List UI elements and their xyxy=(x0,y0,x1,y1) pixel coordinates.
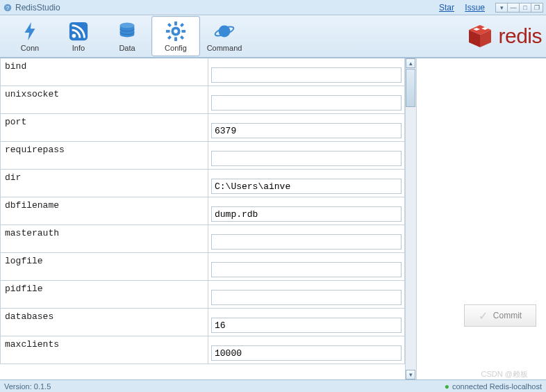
svg-point-5 xyxy=(120,23,135,28)
svg-rect-12 xyxy=(180,23,184,27)
config-value-cell xyxy=(208,253,405,280)
scroll-down-button[interactable]: ▾ xyxy=(406,370,415,379)
check-icon: ✓ xyxy=(479,309,488,322)
dropdown-button[interactable]: ▾ xyxy=(495,3,508,13)
scroll-up-button[interactable]: ▴ xyxy=(406,58,415,68)
commit-button[interactable]: ✓ Commit xyxy=(464,304,536,327)
toolbar-data[interactable]: Data xyxy=(103,16,151,56)
svg-point-6 xyxy=(172,28,179,34)
config-value-cell xyxy=(208,142,405,169)
config-value-cell xyxy=(208,170,405,197)
commit-label: Commit xyxy=(493,311,522,320)
config-key: pidfile xyxy=(0,281,208,308)
config-row: databases xyxy=(0,309,405,336)
app-title: RedisStudio xyxy=(15,3,60,13)
config-value-input[interactable] xyxy=(211,318,402,333)
config-value-input[interactable] xyxy=(211,179,402,194)
redis-logo: redis xyxy=(466,24,542,49)
toolbar-conn[interactable]: Conn xyxy=(6,16,54,56)
toolbar-data-label: Data xyxy=(119,44,135,52)
config-row: dbfilename xyxy=(0,197,405,225)
toolbar-info[interactable]: Info xyxy=(54,16,103,56)
version-value: 0.1.5 xyxy=(34,382,51,391)
config-panel: bindunixsocketportrequirepassdirdbfilena… xyxy=(0,58,417,379)
config-row: dir xyxy=(0,170,405,197)
maximize-button[interactable]: □ xyxy=(519,3,531,13)
redis-logo-text: redis xyxy=(498,24,542,48)
config-value-cell xyxy=(208,309,405,336)
config-row: port xyxy=(0,114,405,142)
svg-text:?: ? xyxy=(6,4,10,10)
config-row: bind xyxy=(0,58,405,86)
config-value-input[interactable] xyxy=(211,67,402,83)
svg-point-3 xyxy=(72,34,76,38)
right-panel: ✓ Commit xyxy=(417,58,546,379)
version-label: Version: xyxy=(4,382,32,391)
status-dot-icon: ● xyxy=(445,382,449,391)
config-key: port xyxy=(0,114,208,141)
config-value-input[interactable] xyxy=(211,151,402,166)
statusbar: Version: 0.1.5 ● connected Redis-localho… xyxy=(0,379,546,392)
restore-button[interactable]: ❐ xyxy=(531,3,543,13)
config-table: bindunixsocketportrequirepassdirdbfilena… xyxy=(0,58,405,379)
planet-icon xyxy=(213,20,235,42)
toolbar-conn-label: Conn xyxy=(21,44,39,52)
config-row: pidfile xyxy=(0,281,405,309)
config-key: dbfilename xyxy=(0,197,208,224)
svg-rect-9 xyxy=(166,30,170,33)
config-value-input[interactable] xyxy=(211,262,402,277)
config-value-cell xyxy=(208,114,405,141)
config-key: unixsocket xyxy=(0,86,208,113)
config-row: logfile xyxy=(0,253,405,281)
config-key: masterauth xyxy=(0,225,208,252)
config-value-cell xyxy=(208,225,405,252)
config-value-input[interactable] xyxy=(211,290,402,305)
config-value-cell xyxy=(208,86,405,113)
issue-link[interactable]: Issue xyxy=(465,3,485,13)
toolbar-config[interactable]: Config xyxy=(151,16,200,56)
toolbar-command-label: Command xyxy=(207,44,242,52)
config-key: dir xyxy=(0,170,208,197)
toolbar-config-label: Config xyxy=(165,44,187,52)
config-value-input[interactable] xyxy=(211,123,402,138)
gear-icon xyxy=(165,20,187,42)
main-area: bindunixsocketportrequirepassdirdbfilena… xyxy=(0,58,546,379)
toolbar: Conn Info Data Config Command xyxy=(0,15,546,58)
config-key: requirepass xyxy=(0,142,208,169)
app-icon: ? xyxy=(3,3,13,13)
config-key: maxclients xyxy=(0,336,208,364)
config-key: bind xyxy=(0,58,208,85)
config-value-cell xyxy=(208,58,405,85)
config-row: masterauth xyxy=(0,225,405,253)
config-value-input[interactable] xyxy=(211,95,402,111)
toolbar-command[interactable]: Command xyxy=(200,16,249,56)
config-value-input[interactable] xyxy=(211,206,402,222)
vertical-scrollbar[interactable]: ▴ ▾ xyxy=(405,58,416,379)
config-row: unixsocket xyxy=(0,86,405,114)
connection-status: connected Redis-localhost xyxy=(452,382,542,391)
scroll-thumb[interactable] xyxy=(406,69,415,107)
svg-rect-13 xyxy=(167,35,172,40)
star-link[interactable]: Star xyxy=(439,3,454,13)
svg-rect-14 xyxy=(180,35,184,40)
svg-rect-10 xyxy=(181,30,185,33)
database-icon xyxy=(116,20,138,42)
config-value-input[interactable] xyxy=(211,234,402,250)
window-controls: ▾ — □ ❐ xyxy=(496,3,543,13)
bolt-icon xyxy=(19,20,41,42)
config-key: logfile xyxy=(0,253,208,280)
config-value-input[interactable] xyxy=(211,345,402,361)
redis-cube-icon xyxy=(466,24,494,49)
rss-icon xyxy=(67,20,90,42)
toolbar-info-label: Info xyxy=(72,44,85,52)
header-links: Star Issue xyxy=(439,3,493,13)
minimize-button[interactable]: — xyxy=(507,3,520,13)
svg-rect-11 xyxy=(167,23,172,27)
config-key: databases xyxy=(0,309,208,336)
titlebar: ? RedisStudio Star Issue ▾ — □ ❐ xyxy=(0,0,546,15)
config-row: maxclients xyxy=(0,336,405,364)
config-value-cell xyxy=(208,197,405,224)
svg-rect-8 xyxy=(174,37,177,41)
config-value-cell xyxy=(208,281,405,308)
config-value-cell xyxy=(208,336,405,364)
